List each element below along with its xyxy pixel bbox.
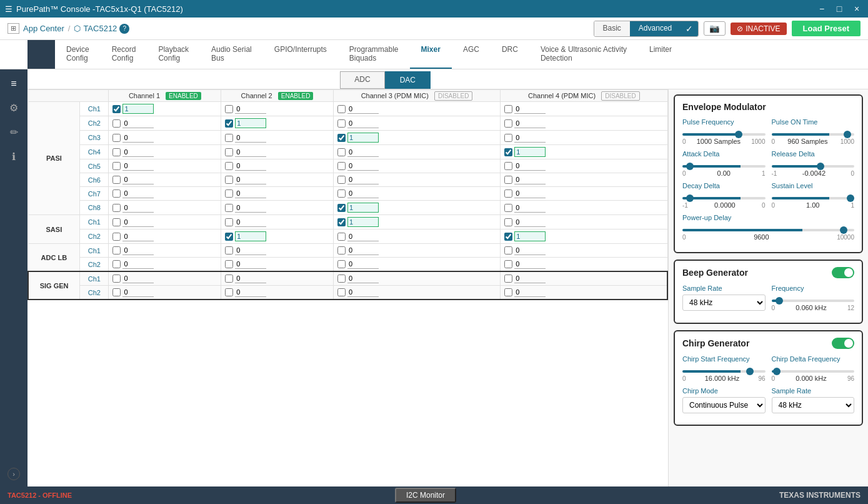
value-SIG GEN-Ch1-ch1[interactable] xyxy=(122,274,154,283)
value-PASI-Ch4-ch2[interactable] xyxy=(235,148,266,157)
value-PASI-Ch6-ch1[interactable] xyxy=(122,175,154,184)
camera-button[interactable]: 📷 xyxy=(704,21,726,36)
value-PASI-Ch8-ch3[interactable] xyxy=(347,203,379,213)
checkbox-PASI-Ch2-ch3[interactable] xyxy=(337,119,346,128)
checkbox-PASI-Ch2-ch2[interactable] xyxy=(225,119,233,128)
help-icon[interactable]: ? xyxy=(119,24,129,34)
value-SIG GEN-Ch2-ch4[interactable] xyxy=(514,288,546,297)
tab-device-config[interactable]: DeviceConfig xyxy=(55,40,101,69)
app-center-link[interactable]: App Center xyxy=(23,24,64,33)
value-ADC LB-Ch2-ch1[interactable] xyxy=(122,260,154,269)
value-ADC LB-Ch1-ch4[interactable] xyxy=(514,246,546,255)
value-PASI-Ch1-ch3[interactable] xyxy=(347,104,379,114)
checkbox-SIG GEN-Ch2-ch2[interactable] xyxy=(225,288,233,296)
decay-delta-slider[interactable] xyxy=(682,197,766,199)
beep-generator-toggle[interactable] xyxy=(832,267,854,278)
checkbox-SIG GEN-Ch1-ch1[interactable] xyxy=(112,275,121,283)
value-PASI-Ch1-ch4[interactable] xyxy=(514,104,546,114)
checkbox-PASI-Ch2-ch4[interactable] xyxy=(504,119,512,128)
release-delta-slider[interactable] xyxy=(772,165,855,168)
value-PASI-Ch7-ch2[interactable] xyxy=(235,189,266,198)
value-PASI-Ch4-ch3[interactable] xyxy=(347,148,379,157)
checkbox-PASI-Ch7-ch1[interactable] xyxy=(112,189,121,198)
value-SASI-Ch1-ch2[interactable] xyxy=(235,218,266,227)
close-button[interactable]: × xyxy=(851,4,863,14)
value-SIG GEN-Ch2-ch3[interactable] xyxy=(347,288,379,297)
checkbox-ADC LB-Ch1-ch1[interactable] xyxy=(112,246,121,255)
value-SASI-Ch1-ch1[interactable] xyxy=(122,218,154,227)
tab-gpio-interrupts[interactable]: GPIO/Interrupts xyxy=(263,40,338,69)
value-PASI-Ch3-ch1[interactable] xyxy=(122,133,154,143)
load-preset-button[interactable]: Load Preset xyxy=(792,21,861,36)
checkbox-PASI-Ch2-ch1[interactable] xyxy=(112,119,121,128)
checkbox-SIG GEN-Ch2-ch3[interactable] xyxy=(337,288,346,296)
checkbox-SASI-Ch2-ch2[interactable] xyxy=(225,233,233,241)
sidebar-icon-info[interactable]: ℹ xyxy=(9,148,18,165)
tab-basic[interactable]: Basic xyxy=(594,21,630,36)
value-SASI-Ch1-ch3[interactable] xyxy=(347,217,379,227)
checkbox-SASI-Ch2-ch4[interactable] xyxy=(504,233,512,241)
value-PASI-Ch2-ch2[interactable] xyxy=(235,118,266,128)
value-PASI-Ch5-ch4[interactable] xyxy=(514,161,546,171)
value-SASI-Ch2-ch2[interactable] xyxy=(235,231,266,241)
value-PASI-Ch1-ch1[interactable] xyxy=(122,104,154,114)
checkbox-ADC LB-Ch1-ch3[interactable] xyxy=(337,246,346,255)
checkbox-ADC LB-Ch1-ch4[interactable] xyxy=(504,246,512,255)
i2c-monitor-button[interactable]: I2C Monitor xyxy=(395,488,456,503)
checkbox-PASI-Ch1-ch3[interactable] xyxy=(337,105,346,113)
checkbox-PASI-Ch4-ch3[interactable] xyxy=(337,148,346,156)
value-SIG GEN-Ch2-ch1[interactable] xyxy=(122,288,154,297)
value-SIG GEN-Ch1-ch4[interactable] xyxy=(514,274,546,283)
checkbox-ADC LB-Ch2-ch2[interactable] xyxy=(225,260,233,268)
value-PASI-Ch3-ch3[interactable] xyxy=(347,133,379,143)
value-PASI-Ch3-ch2[interactable] xyxy=(235,133,266,143)
sidebar-icon-bars[interactable]: ≡ xyxy=(8,76,19,92)
value-ADC LB-Ch1-ch2[interactable] xyxy=(235,246,266,255)
checkbox-SIG GEN-Ch1-ch2[interactable] xyxy=(225,275,233,283)
checkbox-PASI-Ch8-ch1[interactable] xyxy=(112,204,121,212)
sidebar-expand-button[interactable]: › xyxy=(7,468,20,480)
checkbox-SASI-Ch2-ch3[interactable] xyxy=(337,233,346,241)
chirp-start-freq-slider[interactable] xyxy=(682,370,766,373)
chirp-mode-select[interactable]: Continuous Pulse Single Chirp Burst Mode xyxy=(682,397,766,413)
value-PASI-Ch4-ch1[interactable] xyxy=(122,148,154,157)
tab-programmable-biquads[interactable]: ProgrammableBiquads xyxy=(338,40,410,69)
value-PASI-Ch7-ch4[interactable] xyxy=(514,189,546,198)
value-PASI-Ch1-ch2[interactable] xyxy=(235,104,266,114)
checkbox-PASI-Ch3-ch3[interactable] xyxy=(337,134,346,142)
checkbox-PASI-Ch4-ch1[interactable] xyxy=(112,148,121,156)
tab-record-config[interactable]: RecordConfig xyxy=(101,40,147,69)
tab-agc[interactable]: AGC xyxy=(452,40,491,69)
minimize-button[interactable]: − xyxy=(816,4,828,14)
value-ADC LB-Ch1-ch1[interactable] xyxy=(122,246,154,255)
value-PASI-Ch8-ch2[interactable] xyxy=(235,203,266,213)
checkbox-PASI-Ch3-ch2[interactable] xyxy=(225,134,233,142)
value-PASI-Ch6-ch3[interactable] xyxy=(347,175,379,184)
sub-tab-adc[interactable]: ADC xyxy=(340,71,384,89)
value-SIG GEN-Ch2-ch2[interactable] xyxy=(235,288,266,297)
pulse-on-slider[interactable] xyxy=(772,133,855,136)
value-ADC LB-Ch2-ch4[interactable] xyxy=(514,260,546,269)
value-PASI-Ch5-ch2[interactable] xyxy=(235,161,266,171)
value-PASI-Ch2-ch1[interactable] xyxy=(122,119,154,128)
tab-mixer[interactable]: Mixer xyxy=(410,40,452,69)
checkbox-PASI-Ch8-ch4[interactable] xyxy=(504,204,512,212)
checkbox-PASI-Ch4-ch4[interactable] xyxy=(504,148,512,156)
checkbox-PASI-Ch5-ch4[interactable] xyxy=(504,162,512,170)
checkbox-PASI-Ch6-ch4[interactable] xyxy=(504,176,512,184)
value-SASI-Ch1-ch4[interactable] xyxy=(514,218,546,227)
chirp-generator-toggle[interactable] xyxy=(832,338,854,349)
value-SASI-Ch2-ch4[interactable] xyxy=(514,231,546,241)
checkbox-PASI-Ch5-ch2[interactable] xyxy=(225,162,233,170)
checkbox-ADC LB-Ch2-ch3[interactable] xyxy=(337,260,346,268)
checkbox-PASI-Ch8-ch2[interactable] xyxy=(225,204,233,212)
checkbox-PASI-Ch5-ch3[interactable] xyxy=(337,162,346,170)
attack-delta-slider[interactable] xyxy=(682,165,766,168)
value-SIG GEN-Ch1-ch3[interactable] xyxy=(347,274,379,283)
checkbox-PASI-Ch8-ch3[interactable] xyxy=(337,204,346,212)
checkbox-PASI-Ch1-ch1[interactable] xyxy=(112,105,121,113)
power-up-delay-slider[interactable] xyxy=(682,229,854,231)
value-PASI-Ch6-ch4[interactable] xyxy=(514,175,546,184)
value-SASI-Ch2-ch1[interactable] xyxy=(122,232,154,241)
checkbox-SASI-Ch1-ch1[interactable] xyxy=(112,218,121,226)
